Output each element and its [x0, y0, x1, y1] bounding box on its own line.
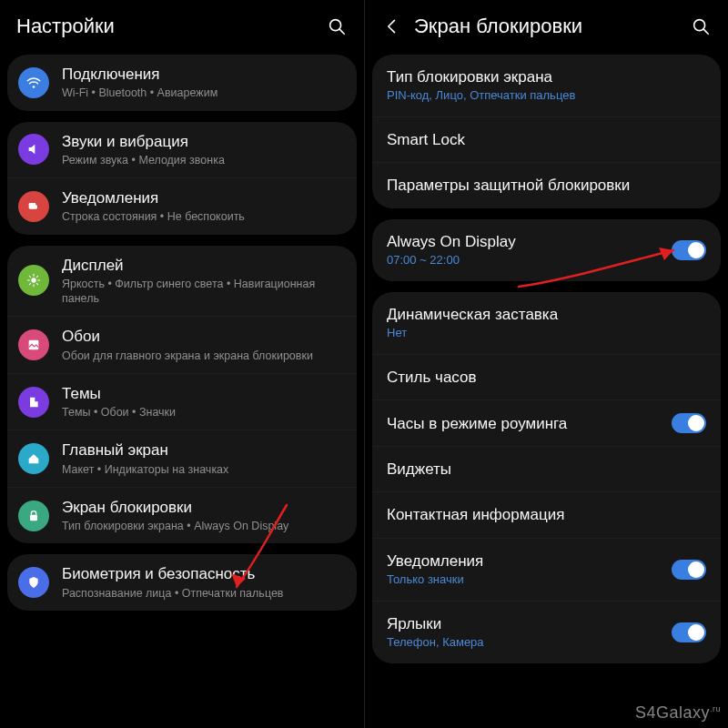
item-notifications[interactable]: Уведомления Только значки	[372, 538, 721, 601]
item-shortcuts[interactable]: Ярлыки Телефон, Камера	[372, 601, 721, 663]
shield-icon	[18, 567, 49, 598]
toggle-shortcuts[interactable]	[672, 622, 706, 642]
item-title: Тип блокировки экрана	[387, 67, 706, 86]
svg-rect-14	[29, 340, 39, 350]
display-icon	[18, 265, 49, 296]
home-icon	[18, 443, 49, 474]
lockscreen-pane: Экран блокировки Тип блокировки экрана P…	[364, 0, 728, 728]
item-sub: Макет • Индикаторы на значках	[62, 462, 344, 477]
item-title: Виджеты	[387, 460, 706, 479]
item-title: Контактная информация	[387, 505, 706, 524]
themes-icon	[18, 387, 49, 418]
item-roaming-clock[interactable]: Часы в режиме роуминга	[372, 399, 721, 446]
header-left: Настройки	[0, 0, 364, 55]
search-icon[interactable]	[326, 15, 348, 37]
search-icon[interactable]	[690, 15, 712, 37]
settings-group: Тип блокировки экрана PIN-код, Лицо, Отп…	[372, 55, 721, 208]
item-sub: Темы • Обои • Значки	[62, 405, 344, 420]
item-title: Smart Lock	[387, 130, 706, 149]
item-title: Экран блокировки	[62, 498, 344, 517]
settings-item-biometrics[interactable]: Биометрия и безопасность Распознавание л…	[7, 554, 357, 611]
settings-group: Дисплей Яркость • Фильтр синего света • …	[7, 246, 357, 544]
settings-item-sounds[interactable]: Звуки и вибрация Режим звука • Мелодия з…	[7, 122, 357, 178]
toggle-roaming-clock[interactable]	[672, 413, 706, 433]
wifi-icon	[18, 67, 49, 98]
item-title: Уведомления	[387, 551, 672, 571]
settings-pane: Настройки Подключения Wi-Fi • Bluetooth …	[0, 0, 364, 728]
item-title: Главный экран	[62, 440, 344, 460]
item-contact-info[interactable]: Контактная информация	[372, 491, 721, 537]
settings-item-lockscreen[interactable]: Экран блокировки Тип блокировки экрана •…	[7, 487, 357, 544]
item-title: Ярлыки	[387, 614, 672, 633]
item-title: Темы	[62, 384, 344, 403]
item-title: Параметры защитной блокировки	[387, 176, 706, 195]
item-lock-type[interactable]: Тип блокировки экрана PIN-код, Лицо, Отп…	[372, 55, 721, 116]
toggle-notifications[interactable]	[672, 560, 706, 580]
back-button[interactable]	[381, 15, 403, 37]
page-title: Настройки	[16, 15, 315, 38]
item-widgets[interactable]: Виджеты	[372, 446, 721, 491]
item-title: Обои	[62, 327, 344, 346]
wallpaper-icon	[18, 329, 49, 360]
settings-group: Звуки и вибрация Режим звука • Мелодия з…	[7, 122, 357, 235]
svg-rect-15	[30, 514, 37, 521]
item-secure-lock-settings[interactable]: Параметры защитной блокировки	[372, 162, 721, 207]
lock-icon	[18, 500, 49, 531]
item-sub: Только значки	[387, 572, 672, 588]
item-title: Уведомления	[62, 188, 344, 207]
item-sub: PIN-код, Лицо, Отпечатки пальцев	[387, 88, 706, 104]
notification-icon	[18, 191, 49, 222]
svg-line-13	[36, 277, 37, 278]
item-clock-style[interactable]: Стиль часов	[372, 354, 721, 399]
item-sub: Режим звука • Мелодия звонка	[62, 153, 344, 167]
svg-point-2	[33, 86, 35, 88]
item-title: Подключения	[62, 65, 344, 84]
settings-group: Биометрия и безопасность Распознавание л…	[7, 554, 357, 611]
settings-group: Динамическая заставка Нет Стиль часов Ча…	[372, 292, 721, 663]
settings-item-notifications[interactable]: Уведомления Строка состояния • Не беспок…	[7, 177, 357, 235]
item-sub: Тип блокировки экрана • Always On Displa…	[62, 519, 344, 533]
svg-line-10	[29, 277, 30, 278]
item-sub: Яркость • Фильтр синего света • Навигаци…	[62, 277, 344, 307]
lockscreen-list[interactable]: Тип блокировки экрана PIN-код, Лицо, Отп…	[365, 55, 728, 728]
svg-line-1	[339, 29, 344, 34]
item-smart-lock[interactable]: Smart Lock	[372, 116, 721, 162]
item-title: Always On Display	[387, 232, 672, 251]
settings-item-homescreen[interactable]: Главный экран Макет • Индикаторы на знач…	[7, 430, 357, 487]
toggle-aod[interactable]	[672, 240, 706, 260]
item-sub: Нет	[387, 326, 706, 341]
item-title: Динамическая заставка	[387, 305, 706, 324]
page-title: Экран блокировки	[414, 15, 679, 38]
svg-line-17	[703, 29, 708, 34]
sound-icon	[18, 134, 49, 165]
header-right: Экран блокировки	[365, 0, 728, 55]
svg-line-12	[29, 284, 30, 285]
settings-group: Always On Display 07:00 ~ 22:00	[372, 219, 721, 281]
item-sub: Распознавание лица • Отпечатки пальцев	[62, 586, 344, 601]
settings-group: Подключения Wi-Fi • Bluetooth • Авиарежи…	[7, 55, 357, 111]
item-sub: Телефон, Камера	[387, 635, 672, 651]
item-title: Стиль часов	[387, 368, 706, 387]
item-title: Звуки и вибрация	[62, 132, 344, 151]
item-sub: Wi-Fi • Bluetooth • Авиарежим	[62, 86, 344, 100]
item-title: Часы в режиме роуминга	[387, 414, 672, 433]
item-always-on-display[interactable]: Always On Display 07:00 ~ 22:00	[372, 219, 721, 281]
settings-item-wallpaper[interactable]: Обои Обои для главного экрана и экрана б…	[7, 316, 357, 373]
item-sub: Обои для главного экрана и экрана блокир…	[62, 349, 344, 363]
item-sub: 07:00 ~ 22:00	[387, 253, 672, 268]
settings-item-display[interactable]: Дисплей Яркость • Фильтр синего света • …	[7, 246, 357, 317]
item-title: Дисплей	[62, 256, 344, 275]
settings-list[interactable]: Подключения Wi-Fi • Bluetooth • Авиарежи…	[0, 55, 364, 728]
item-dynamic-lockscreen[interactable]: Динамическая заставка Нет	[372, 292, 721, 354]
item-sub: Строка состояния • Не беспокоить	[62, 209, 344, 224]
svg-line-11	[36, 284, 37, 285]
item-title: Биометрия и безопасность	[62, 564, 344, 583]
svg-point-4	[35, 201, 39, 205]
settings-item-themes[interactable]: Темы Темы • Обои • Значки	[7, 373, 357, 430]
svg-point-5	[31, 278, 35, 283]
settings-item-connections[interactable]: Подключения Wi-Fi • Bluetooth • Авиарежи…	[7, 55, 357, 111]
